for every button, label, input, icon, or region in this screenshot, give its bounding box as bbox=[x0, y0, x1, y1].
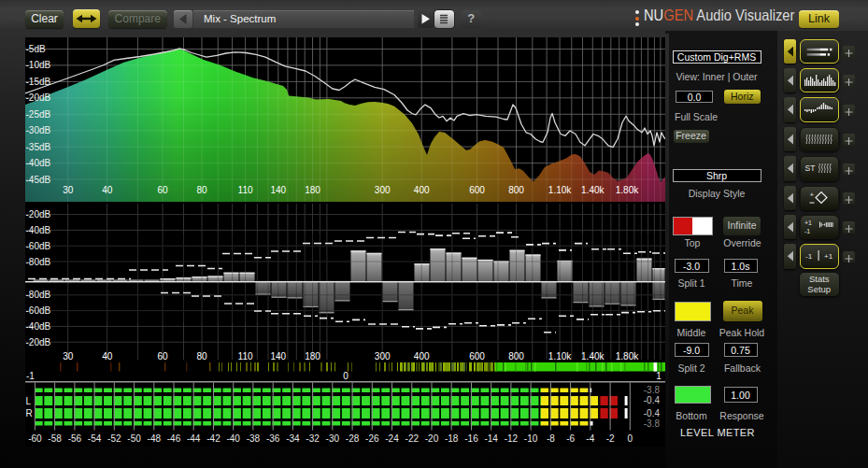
svg-text:-80dB: -80dB bbox=[26, 257, 51, 267]
svg-text:-8: -8 bbox=[547, 433, 555, 444]
svg-text:-60dB: -60dB bbox=[26, 241, 51, 251]
svg-text:-0.4: -0.4 bbox=[644, 408, 661, 418]
svg-text:-30dB: -30dB bbox=[26, 125, 51, 135]
svg-text:-15dB: -15dB bbox=[26, 77, 51, 87]
svg-text:-34: -34 bbox=[286, 433, 300, 444]
svg-text:-60: -60 bbox=[28, 433, 42, 444]
svg-text:30: 30 bbox=[63, 185, 74, 195]
svg-text:-16: -16 bbox=[464, 433, 478, 444]
svg-text:-40dB: -40dB bbox=[26, 321, 51, 332]
svg-text:300: 300 bbox=[375, 185, 391, 195]
svg-text:40: 40 bbox=[102, 185, 113, 195]
svg-text:110: 110 bbox=[238, 185, 253, 195]
svg-text:R: R bbox=[26, 408, 33, 418]
svg-text:-52: -52 bbox=[107, 433, 121, 444]
svg-text:600: 600 bbox=[469, 351, 485, 362]
svg-text:-45dB: -45dB bbox=[26, 175, 51, 185]
svg-text:-44: -44 bbox=[187, 433, 201, 444]
svg-text:L: L bbox=[26, 396, 32, 406]
svg-text:1.40k: 1.40k bbox=[581, 351, 605, 362]
svg-text:180: 180 bbox=[305, 185, 320, 195]
svg-text:-40: -40 bbox=[226, 433, 240, 444]
svg-text:-1: -1 bbox=[804, 228, 810, 234]
svg-text:-80dB: -80dB bbox=[26, 290, 51, 300]
svg-text:-3.8: -3.8 bbox=[644, 418, 661, 429]
svg-text:-3.8: -3.8 bbox=[644, 385, 661, 395]
svg-text:40: 40 bbox=[102, 351, 113, 362]
svg-text:-58: -58 bbox=[48, 433, 62, 444]
svg-text:-4: -4 bbox=[586, 433, 594, 444]
svg-text:600: 600 bbox=[469, 185, 485, 195]
svg-text:-40dB: -40dB bbox=[26, 225, 51, 235]
svg-text:1.10k: 1.10k bbox=[548, 351, 572, 362]
svg-text:400: 400 bbox=[414, 185, 430, 195]
svg-text:-1: -1 bbox=[26, 371, 35, 381]
svg-text:-38: -38 bbox=[247, 433, 261, 444]
svg-text:+: + bbox=[810, 190, 815, 198]
svg-text:-32: -32 bbox=[306, 433, 320, 444]
svg-text:-2: -2 bbox=[606, 433, 615, 444]
svg-text:80: 80 bbox=[196, 185, 207, 195]
svg-text:0: 0 bbox=[343, 371, 349, 381]
svg-text:+1: +1 bbox=[804, 220, 812, 226]
svg-text:-60dB: -60dB bbox=[26, 305, 51, 316]
svg-text:-18: -18 bbox=[445, 433, 459, 444]
svg-text:-20dB: -20dB bbox=[26, 337, 51, 347]
svg-text:-48: -48 bbox=[148, 433, 162, 444]
svg-text:-20: -20 bbox=[425, 433, 439, 444]
svg-text:800: 800 bbox=[508, 185, 524, 195]
svg-text:-1: -1 bbox=[805, 252, 813, 261]
svg-text:140: 140 bbox=[270, 185, 286, 195]
svg-text:-14: -14 bbox=[484, 433, 498, 444]
svg-text:-10dB: -10dB bbox=[26, 60, 51, 70]
svg-text:800: 800 bbox=[508, 351, 524, 362]
svg-text:300: 300 bbox=[375, 351, 391, 362]
svg-text:-10: -10 bbox=[524, 433, 538, 444]
svg-text:-24: -24 bbox=[385, 433, 399, 444]
svg-text:400: 400 bbox=[414, 351, 430, 362]
svg-text:1.80k: 1.80k bbox=[616, 185, 639, 195]
svg-text:0: 0 bbox=[628, 433, 633, 444]
svg-text:1.10k: 1.10k bbox=[548, 185, 572, 195]
svg-text:1: 1 bbox=[656, 371, 662, 381]
svg-text:+1: +1 bbox=[824, 252, 833, 261]
svg-text:-54: -54 bbox=[88, 433, 102, 444]
svg-text:60: 60 bbox=[157, 185, 168, 195]
svg-text:-35dB: -35dB bbox=[26, 142, 51, 152]
svg-text:-36: -36 bbox=[266, 433, 280, 444]
svg-text:1.40k: 1.40k bbox=[581, 185, 605, 195]
svg-text:-42: -42 bbox=[206, 433, 221, 444]
svg-text:-26: -26 bbox=[365, 433, 379, 444]
svg-text:-6: -6 bbox=[566, 433, 575, 444]
svg-text:-25dB: -25dB bbox=[26, 109, 51, 120]
svg-text:60: 60 bbox=[157, 351, 168, 362]
svg-text:-46: -46 bbox=[167, 433, 181, 444]
svg-text:-5dB: -5dB bbox=[26, 44, 46, 54]
svg-text:180: 180 bbox=[305, 351, 320, 362]
svg-text:-12: -12 bbox=[505, 433, 519, 444]
svg-text:-56: -56 bbox=[68, 433, 82, 444]
svg-text:-30: -30 bbox=[326, 433, 340, 444]
svg-text:-20dB: -20dB bbox=[26, 209, 51, 220]
svg-text:80: 80 bbox=[196, 351, 207, 362]
svg-text:-20dB: -20dB bbox=[26, 92, 51, 103]
svg-text:110: 110 bbox=[238, 351, 253, 362]
svg-text:-22: -22 bbox=[406, 433, 420, 444]
svg-text:30: 30 bbox=[63, 351, 74, 362]
svg-text:-40dB: -40dB bbox=[26, 158, 51, 168]
svg-text:-0.4: -0.4 bbox=[644, 395, 661, 405]
svg-text:1.80k: 1.80k bbox=[616, 351, 639, 362]
svg-text:140: 140 bbox=[270, 351, 286, 362]
svg-text:-50: -50 bbox=[127, 433, 141, 444]
svg-text:-28: -28 bbox=[346, 433, 360, 444]
svg-text:ST: ST bbox=[805, 163, 816, 173]
